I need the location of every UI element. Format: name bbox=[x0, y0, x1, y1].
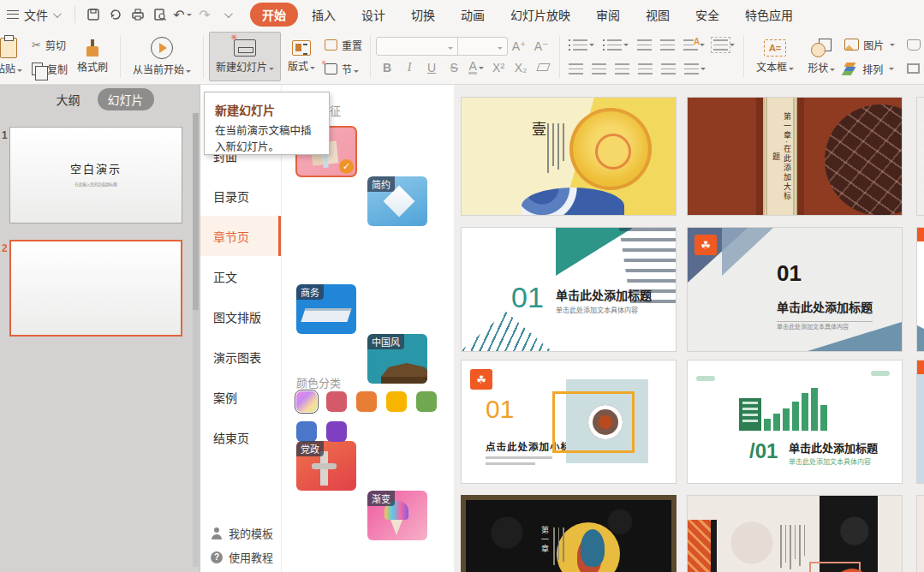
textbox-icon: A= bbox=[764, 39, 786, 57]
color-swatch-green[interactable] bbox=[416, 391, 437, 412]
tab-special-apps[interactable]: 特色应用 bbox=[733, 3, 805, 27]
category-ending[interactable]: 结束页 bbox=[200, 417, 281, 457]
clear-format-button[interactable] bbox=[532, 58, 554, 77]
line-spacing-button[interactable] bbox=[681, 59, 709, 78]
decrease-font-button[interactable]: A⁻ bbox=[530, 37, 552, 56]
copy-button[interactable]: 复制 bbox=[29, 58, 70, 79]
category-image-text[interactable]: 图文排版 bbox=[200, 296, 281, 337]
template-card-slate-01[interactable]: ☘ 01 单击此处添加标题 单击此处添加文本具体内容 bbox=[687, 227, 903, 352]
color-swatch-blue[interactable] bbox=[296, 421, 317, 442]
category-case[interactable]: 案例 bbox=[200, 377, 281, 417]
style-tile-business[interactable]: 商务 bbox=[296, 284, 356, 334]
superscript-button[interactable]: X² bbox=[487, 58, 510, 77]
tab-home[interactable]: 开始 bbox=[250, 3, 298, 27]
underline-button[interactable]: U bbox=[420, 58, 443, 77]
slide-1-thumbnail[interactable]: 空白演示 在此输入您的封面副标题 bbox=[9, 127, 182, 223]
increase-font-button[interactable]: A⁺ bbox=[508, 37, 530, 56]
font-family-select[interactable] bbox=[376, 37, 458, 56]
template-card-maroon-chapter[interactable]: 第一章·在此添加大标题 bbox=[687, 97, 903, 216]
textbox-button[interactable]: A= 文本框 bbox=[749, 32, 801, 81]
category-section-page[interactable]: 章节页 bbox=[200, 216, 281, 256]
color-swatch-red[interactable] bbox=[326, 391, 347, 412]
tab-insert[interactable]: 插入 bbox=[300, 3, 348, 27]
style-tile-minimal[interactable]: 简约 bbox=[367, 176, 427, 226]
tab-slideshow[interactable]: 幻灯片放映 bbox=[498, 3, 582, 27]
template-card-teal-01[interactable]: 01 单击此处添加标题 单击此处添加文本具体内容 bbox=[461, 227, 677, 352]
reset-button[interactable]: 重置 bbox=[322, 34, 365, 55]
tab-animation[interactable]: 动画 bbox=[449, 3, 497, 27]
shapes-button[interactable]: 形状 bbox=[801, 32, 842, 81]
italic-button[interactable]: I bbox=[398, 58, 420, 77]
section-button[interactable]: 节 bbox=[322, 58, 365, 79]
slide-2-thumbnail[interactable] bbox=[9, 240, 182, 337]
tutorial-button[interactable]: ? 使用教程 bbox=[211, 549, 273, 565]
customize-toolbar-button[interactable] bbox=[216, 4, 238, 25]
tab-outline[interactable]: 大纲 bbox=[46, 88, 91, 110]
cut-button[interactable]: ✂ 剪切 bbox=[29, 34, 70, 55]
category-charts[interactable]: 演示图表 bbox=[200, 337, 281, 377]
align-left-button[interactable] bbox=[565, 59, 587, 78]
font-color-button[interactable]: A bbox=[465, 58, 487, 77]
decrease-indent-button[interactable] bbox=[634, 35, 655, 54]
distribute-button[interactable] bbox=[658, 59, 679, 78]
template-card-partial[interactable] bbox=[916, 360, 924, 484]
increase-indent-button[interactable] bbox=[657, 35, 678, 54]
save-button[interactable] bbox=[82, 4, 104, 25]
paragraph-settings-button[interactable] bbox=[710, 35, 738, 54]
layout-button[interactable]: 版式 bbox=[281, 32, 322, 81]
template-card-partial[interactable] bbox=[916, 97, 924, 216]
my-templates-button[interactable]: 我的模板 bbox=[211, 525, 273, 541]
template-card-coffee-01[interactable]: ☘ 01 点击此处添加小标题 bbox=[461, 360, 677, 484]
panel-scrollbar[interactable] bbox=[193, 113, 199, 567]
style-tile-chinese[interactable]: 中国风 bbox=[367, 334, 427, 384]
strikethrough-button[interactable]: S bbox=[443, 58, 465, 77]
file-menu-label: 文件 bbox=[24, 6, 48, 23]
category-toc[interactable]: 目录页 bbox=[200, 176, 281, 216]
justify-button[interactable] bbox=[635, 59, 656, 78]
template-card-black-phoenix[interactable]: 第一章 bbox=[461, 495, 677, 572]
font-size-select[interactable] bbox=[458, 37, 508, 56]
print-button[interactable] bbox=[127, 4, 149, 25]
color-swatch-all[interactable] bbox=[296, 391, 317, 412]
print-preview-button[interactable] bbox=[149, 4, 171, 25]
tab-design[interactable]: 设计 bbox=[349, 3, 397, 27]
style-tile-gradient[interactable]: 渐变 bbox=[367, 491, 427, 540]
cloud-decoration bbox=[871, 371, 890, 376]
play-from-current-button[interactable]: 从当前开始 bbox=[126, 32, 198, 81]
arrange-button[interactable]: 排列 bbox=[842, 58, 897, 79]
paste-button[interactable]: 粘贴 bbox=[0, 32, 29, 81]
template-card-green-01[interactable]: /01 单击此处添加标题 单击此处添加文本具体内容 bbox=[687, 360, 903, 484]
tab-review[interactable]: 审阅 bbox=[584, 3, 632, 27]
format-painter-button[interactable]: 格式刷 bbox=[70, 32, 115, 81]
tab-security[interactable]: 安全 bbox=[683, 3, 731, 27]
tab-slides[interactable]: 幻灯片 bbox=[98, 88, 154, 110]
new-slide-button[interactable]: 新建幻灯片 bbox=[209, 32, 281, 81]
color-swatch-orange[interactable] bbox=[356, 391, 377, 412]
undo-button[interactable]: ↶ bbox=[171, 4, 194, 25]
color-swatch-purple[interactable] bbox=[326, 421, 347, 442]
export-button[interactable] bbox=[104, 4, 127, 25]
numbered-list-button[interactable] bbox=[599, 35, 632, 54]
template-card-cream-bird[interactable] bbox=[687, 495, 903, 572]
chevron-down-icon bbox=[53, 9, 62, 18]
outline-button[interactable]: 轮廓 bbox=[904, 58, 924, 79]
redo-button[interactable]: ↷ bbox=[194, 4, 216, 25]
color-swatch-yellow[interactable] bbox=[386, 391, 407, 412]
category-body[interactable]: 正文 bbox=[200, 256, 281, 296]
template-card-imperial[interactable]: 壹 bbox=[461, 97, 677, 216]
fill-button[interactable]: 填充 bbox=[904, 34, 924, 55]
align-right-button[interactable] bbox=[611, 59, 633, 78]
style-tile-party[interactable]: 党政 bbox=[296, 441, 356, 491]
bold-button[interactable]: B bbox=[376, 58, 398, 77]
align-center-button[interactable] bbox=[588, 59, 610, 78]
bullet-list-button[interactable] bbox=[565, 35, 598, 54]
picture-button[interactable]: 图片 bbox=[842, 34, 897, 55]
file-menu[interactable]: 文件 bbox=[0, 6, 68, 23]
template-card-partial[interactable] bbox=[916, 227, 924, 352]
text-direction-button[interactable] bbox=[680, 35, 708, 54]
template-card-partial[interactable] bbox=[916, 495, 924, 572]
subscript-button[interactable]: X₂ bbox=[510, 58, 532, 77]
tab-view[interactable]: 视图 bbox=[634, 3, 682, 27]
tab-transition[interactable]: 切换 bbox=[399, 3, 447, 27]
vertical-text-decoration bbox=[780, 525, 805, 572]
